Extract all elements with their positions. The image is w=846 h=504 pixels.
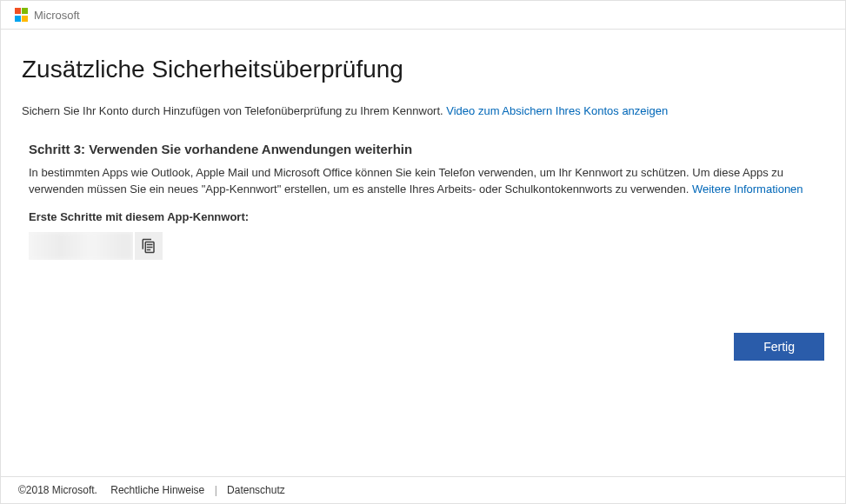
more-info-link[interactable]: Weitere Informationen <box>692 182 803 196</box>
footer-legal-link[interactable]: Rechtliche Hinweise <box>110 484 204 496</box>
footer-copyright: ©2018 Microsoft. <box>18 484 97 496</box>
app-password-obscured <box>29 232 133 260</box>
intro-video-link[interactable]: Video zum Absichern Ihres Kontos anzeige… <box>446 104 668 117</box>
footer-separator: | <box>215 484 217 496</box>
app-password-display <box>29 232 133 260</box>
footer-privacy-link[interactable]: Datenschutz <box>227 484 285 496</box>
footer: ©2018 Microsoft. Rechtliche Hinweise | D… <box>1 476 845 503</box>
svg-rect-1 <box>147 246 153 248</box>
main-content: Zusätzliche Sicherheitsüberprüfung Siche… <box>1 30 845 260</box>
page-title: Zusätzliche Sicherheitsüberprüfung <box>22 56 824 83</box>
app-password-row <box>22 232 824 260</box>
step-description: In bestimmten Apps wie Outlook, Apple Ma… <box>22 165 824 198</box>
svg-rect-2 <box>147 249 151 250</box>
microsoft-logo-icon <box>15 8 29 22</box>
brand-text: Microsoft <box>34 9 80 22</box>
copy-icon <box>141 238 157 254</box>
header-bar: Microsoft <box>1 1 845 30</box>
intro-text: Sichern Sie Ihr Konto durch Hinzufügen v… <box>22 104 824 117</box>
app-password-label: Erste Schritte mit diesem App-Kennwort: <box>22 210 824 223</box>
step-title: Schritt 3: Verwenden Sie vorhandene Anwe… <box>22 142 824 156</box>
svg-rect-0 <box>147 243 153 245</box>
intro-plain: Sichern Sie Ihr Konto durch Hinzufügen v… <box>22 104 446 117</box>
copy-password-button[interactable] <box>135 232 163 260</box>
action-row: Fertig <box>734 333 824 361</box>
done-button[interactable]: Fertig <box>734 333 824 361</box>
step-desc-text: In bestimmten Apps wie Outlook, Apple Ma… <box>29 166 783 196</box>
